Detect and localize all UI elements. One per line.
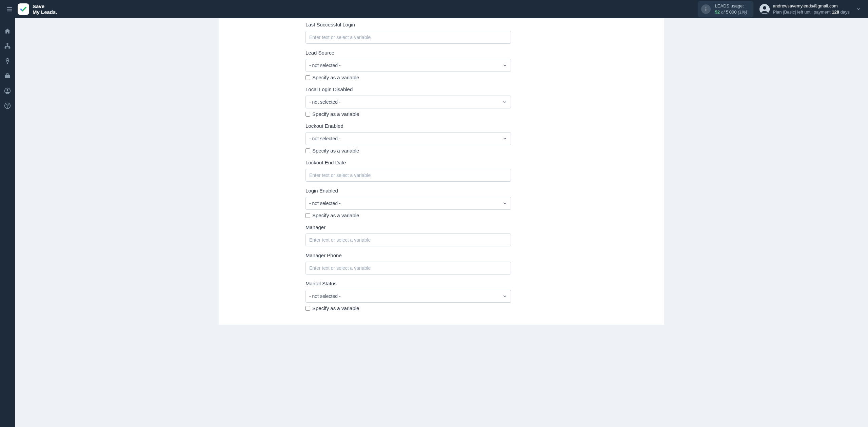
chevron-down-icon bbox=[502, 100, 507, 104]
field-block: Local Login Disabled- not selected -Spec… bbox=[305, 86, 511, 117]
hamburger-icon bbox=[6, 6, 13, 13]
select-input[interactable]: - not selected - bbox=[305, 96, 511, 108]
usage-current: 52 bbox=[715, 9, 719, 15]
field-block: Lockout End Date bbox=[305, 160, 511, 182]
main-content: Last Successful LoginLead Source- not se… bbox=[15, 18, 868, 325]
sitemap-icon bbox=[4, 43, 11, 49]
variable-checkbox[interactable] bbox=[305, 112, 310, 117]
sidebar bbox=[0, 18, 15, 325]
select-input[interactable]: - not selected - bbox=[305, 132, 511, 145]
account-block[interactable]: andrewsavemyleads@gmail.com Plan |Basic|… bbox=[760, 3, 850, 15]
svg-rect-4 bbox=[706, 8, 706, 11]
svg-point-14 bbox=[7, 107, 8, 108]
sidebar-apps[interactable] bbox=[0, 68, 15, 83]
field-block: Manager bbox=[305, 224, 511, 246]
account-dropdown-button[interactable] bbox=[853, 7, 864, 12]
plan-prefix: Plan | bbox=[773, 9, 784, 15]
account-email: andrewsavemyleads@gmail.com bbox=[773, 3, 850, 9]
field-block: Last Successful Login bbox=[305, 22, 511, 44]
variable-checkbox[interactable] bbox=[305, 213, 310, 218]
field-label: Lockout Enabled bbox=[305, 123, 511, 129]
usage-total: 5'000 bbox=[726, 9, 736, 15]
info-icon bbox=[701, 4, 711, 14]
field-label: Login Enabled bbox=[305, 188, 511, 194]
field-block: Lead Source- not selected -Specify as a … bbox=[305, 50, 511, 80]
svg-rect-10 bbox=[5, 75, 10, 78]
select-input[interactable]: - not selected - bbox=[305, 197, 511, 210]
select-input[interactable]: - not selected - bbox=[305, 290, 511, 303]
usage-percent: (1%) bbox=[738, 9, 747, 15]
logo-icon bbox=[18, 3, 29, 15]
field-block: Marital Status- not selected -Specify as… bbox=[305, 281, 511, 311]
svg-point-12 bbox=[7, 89, 8, 91]
svg-point-6 bbox=[763, 6, 766, 9]
field-label: Last Successful Login bbox=[305, 22, 511, 27]
app-header: Save My Leads. LEADS usage: 52 of 5'000 … bbox=[0, 0, 868, 18]
svg-point-3 bbox=[706, 7, 707, 8]
svg-rect-9 bbox=[8, 47, 10, 48]
field-label: Lockout End Date bbox=[305, 160, 511, 165]
plan-days-word: days bbox=[839, 9, 850, 15]
logo-text: Save My Leads. bbox=[33, 3, 57, 15]
variable-checkbox[interactable] bbox=[305, 148, 310, 153]
select-value: - not selected - bbox=[309, 293, 341, 299]
variable-checkbox-row[interactable]: Specify as a variable bbox=[305, 75, 511, 80]
usage-text: LEADS usage: 52 of 5'000 (1%) bbox=[715, 3, 747, 15]
field-block: Manager Phone bbox=[305, 252, 511, 274]
text-input[interactable] bbox=[305, 262, 511, 274]
variable-checkbox-label: Specify as a variable bbox=[312, 75, 359, 80]
variable-checkbox-row[interactable]: Specify as a variable bbox=[305, 148, 511, 154]
field-label: Marital Status bbox=[305, 281, 511, 286]
plan-days-number: 128 bbox=[832, 9, 839, 15]
text-input[interactable] bbox=[305, 31, 511, 44]
content-card: Last Successful LoginLead Source- not se… bbox=[219, 18, 664, 325]
avatar-icon bbox=[760, 4, 770, 14]
usage-block[interactable]: LEADS usage: 52 of 5'000 (1%) bbox=[698, 1, 753, 17]
svg-rect-1 bbox=[7, 9, 12, 9]
text-input[interactable] bbox=[305, 169, 511, 182]
variable-checkbox-label: Specify as a variable bbox=[312, 148, 359, 154]
field-label: Lead Source bbox=[305, 50, 511, 56]
field-block: Login Enabled- not selected -Specify as … bbox=[305, 188, 511, 218]
logo-text-line1: Save bbox=[33, 3, 57, 9]
select-value: - not selected - bbox=[309, 99, 341, 105]
account-plan: Plan |Basic| left until payment 128 days bbox=[773, 9, 850, 15]
sidebar-home[interactable] bbox=[0, 24, 15, 39]
text-input[interactable] bbox=[305, 233, 511, 246]
variable-checkbox-row[interactable]: Specify as a variable bbox=[305, 305, 511, 311]
sidebar-connections[interactable] bbox=[0, 39, 15, 54]
variable-checkbox-row[interactable]: Specify as a variable bbox=[305, 111, 511, 117]
logo-block[interactable]: Save My Leads. bbox=[18, 3, 57, 15]
sidebar-help[interactable] bbox=[0, 98, 15, 113]
dollar-icon bbox=[4, 58, 11, 64]
field-label: Local Login Disabled bbox=[305, 86, 511, 92]
help-icon bbox=[4, 102, 11, 109]
variable-checkbox-row[interactable]: Specify as a variable bbox=[305, 212, 511, 218]
svg-rect-8 bbox=[5, 47, 6, 48]
chevron-down-icon bbox=[502, 201, 507, 206]
field-block: Lockout Enabled- not selected -Specify a… bbox=[305, 123, 511, 154]
svg-rect-2 bbox=[7, 11, 12, 11]
field-label: Manager Phone bbox=[305, 252, 511, 258]
select-input[interactable]: - not selected - bbox=[305, 59, 511, 72]
plan-sep: | left until payment bbox=[795, 9, 832, 15]
sidebar-account[interactable] bbox=[0, 83, 15, 98]
variable-checkbox[interactable] bbox=[305, 306, 310, 311]
home-icon bbox=[4, 28, 11, 35]
variable-checkbox-label: Specify as a variable bbox=[312, 305, 359, 311]
chevron-down-icon bbox=[502, 63, 507, 68]
plan-name: Basic bbox=[784, 9, 795, 15]
logo-text-line2: My Leads. bbox=[33, 9, 57, 15]
select-value: - not selected - bbox=[309, 201, 341, 206]
sidebar-billing[interactable] bbox=[0, 54, 15, 68]
select-value: - not selected - bbox=[309, 63, 341, 68]
field-label: Manager bbox=[305, 224, 511, 230]
chevron-down-icon bbox=[502, 136, 507, 141]
briefcase-icon bbox=[4, 73, 11, 79]
variable-checkbox-label: Specify as a variable bbox=[312, 212, 359, 218]
user-circle-icon bbox=[4, 87, 11, 94]
variable-checkbox-label: Specify as a variable bbox=[312, 111, 359, 117]
variable-checkbox[interactable] bbox=[305, 75, 310, 80]
hamburger-menu-button[interactable] bbox=[4, 4, 15, 15]
usage-values: 52 of 5'000 (1%) bbox=[715, 9, 747, 15]
